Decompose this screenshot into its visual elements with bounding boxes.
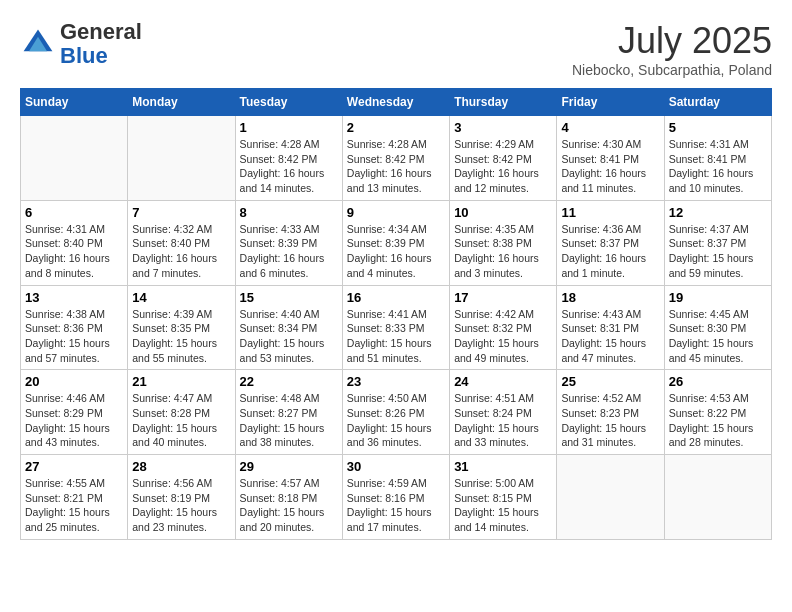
calendar-cell: 19Sunrise: 4:45 AMSunset: 8:30 PMDayligh…	[664, 285, 771, 370]
day-number: 25	[561, 374, 659, 389]
weekday-header: Wednesday	[342, 89, 449, 116]
logo-icon	[20, 26, 56, 62]
weekday-header: Thursday	[450, 89, 557, 116]
day-info: Sunrise: 4:36 AMSunset: 8:37 PMDaylight:…	[561, 222, 659, 281]
day-info: Sunrise: 4:53 AMSunset: 8:22 PMDaylight:…	[669, 391, 767, 450]
day-number: 12	[669, 205, 767, 220]
day-number: 3	[454, 120, 552, 135]
title-area: July 2025 Niebocko, Subcarpathia, Poland	[572, 20, 772, 78]
calendar-cell: 16Sunrise: 4:41 AMSunset: 8:33 PMDayligh…	[342, 285, 449, 370]
day-info: Sunrise: 4:31 AMSunset: 8:41 PMDaylight:…	[669, 137, 767, 196]
calendar-cell: 31Sunrise: 5:00 AMSunset: 8:15 PMDayligh…	[450, 455, 557, 540]
calendar-cell: 18Sunrise: 4:43 AMSunset: 8:31 PMDayligh…	[557, 285, 664, 370]
day-info: Sunrise: 4:29 AMSunset: 8:42 PMDaylight:…	[454, 137, 552, 196]
calendar-cell: 3Sunrise: 4:29 AMSunset: 8:42 PMDaylight…	[450, 116, 557, 201]
day-number: 14	[132, 290, 230, 305]
calendar-cell: 5Sunrise: 4:31 AMSunset: 8:41 PMDaylight…	[664, 116, 771, 201]
day-number: 23	[347, 374, 445, 389]
day-number: 9	[347, 205, 445, 220]
weekday-header: Saturday	[664, 89, 771, 116]
calendar-cell: 7Sunrise: 4:32 AMSunset: 8:40 PMDaylight…	[128, 200, 235, 285]
calendar-cell: 20Sunrise: 4:46 AMSunset: 8:29 PMDayligh…	[21, 370, 128, 455]
weekday-header: Friday	[557, 89, 664, 116]
day-info: Sunrise: 4:46 AMSunset: 8:29 PMDaylight:…	[25, 391, 123, 450]
day-info: Sunrise: 4:57 AMSunset: 8:18 PMDaylight:…	[240, 476, 338, 535]
day-info: Sunrise: 4:33 AMSunset: 8:39 PMDaylight:…	[240, 222, 338, 281]
day-info: Sunrise: 4:51 AMSunset: 8:24 PMDaylight:…	[454, 391, 552, 450]
day-number: 19	[669, 290, 767, 305]
day-number: 21	[132, 374, 230, 389]
logo: General Blue	[20, 20, 142, 68]
calendar-cell: 15Sunrise: 4:40 AMSunset: 8:34 PMDayligh…	[235, 285, 342, 370]
calendar-cell: 4Sunrise: 4:30 AMSunset: 8:41 PMDaylight…	[557, 116, 664, 201]
day-number: 18	[561, 290, 659, 305]
day-info: Sunrise: 5:00 AMSunset: 8:15 PMDaylight:…	[454, 476, 552, 535]
day-info: Sunrise: 4:34 AMSunset: 8:39 PMDaylight:…	[347, 222, 445, 281]
day-info: Sunrise: 4:59 AMSunset: 8:16 PMDaylight:…	[347, 476, 445, 535]
day-info: Sunrise: 4:32 AMSunset: 8:40 PMDaylight:…	[132, 222, 230, 281]
day-number: 10	[454, 205, 552, 220]
day-info: Sunrise: 4:38 AMSunset: 8:36 PMDaylight:…	[25, 307, 123, 366]
day-number: 29	[240, 459, 338, 474]
day-number: 31	[454, 459, 552, 474]
day-info: Sunrise: 4:30 AMSunset: 8:41 PMDaylight:…	[561, 137, 659, 196]
calendar-cell	[128, 116, 235, 201]
month-title: July 2025	[572, 20, 772, 62]
day-info: Sunrise: 4:39 AMSunset: 8:35 PMDaylight:…	[132, 307, 230, 366]
day-info: Sunrise: 4:41 AMSunset: 8:33 PMDaylight:…	[347, 307, 445, 366]
calendar-week-row: 20Sunrise: 4:46 AMSunset: 8:29 PMDayligh…	[21, 370, 772, 455]
day-info: Sunrise: 4:50 AMSunset: 8:26 PMDaylight:…	[347, 391, 445, 450]
day-info: Sunrise: 4:40 AMSunset: 8:34 PMDaylight:…	[240, 307, 338, 366]
day-number: 27	[25, 459, 123, 474]
calendar-cell: 12Sunrise: 4:37 AMSunset: 8:37 PMDayligh…	[664, 200, 771, 285]
calendar-cell: 25Sunrise: 4:52 AMSunset: 8:23 PMDayligh…	[557, 370, 664, 455]
day-number: 16	[347, 290, 445, 305]
day-info: Sunrise: 4:48 AMSunset: 8:27 PMDaylight:…	[240, 391, 338, 450]
location-text: Niebocko, Subcarpathia, Poland	[572, 62, 772, 78]
day-info: Sunrise: 4:37 AMSunset: 8:37 PMDaylight:…	[669, 222, 767, 281]
day-number: 15	[240, 290, 338, 305]
calendar-cell: 14Sunrise: 4:39 AMSunset: 8:35 PMDayligh…	[128, 285, 235, 370]
calendar-cell: 24Sunrise: 4:51 AMSunset: 8:24 PMDayligh…	[450, 370, 557, 455]
day-number: 7	[132, 205, 230, 220]
calendar-week-row: 27Sunrise: 4:55 AMSunset: 8:21 PMDayligh…	[21, 455, 772, 540]
day-info: Sunrise: 4:42 AMSunset: 8:32 PMDaylight:…	[454, 307, 552, 366]
calendar-cell: 28Sunrise: 4:56 AMSunset: 8:19 PMDayligh…	[128, 455, 235, 540]
day-info: Sunrise: 4:28 AMSunset: 8:42 PMDaylight:…	[347, 137, 445, 196]
day-number: 1	[240, 120, 338, 135]
day-info: Sunrise: 4:45 AMSunset: 8:30 PMDaylight:…	[669, 307, 767, 366]
calendar-cell	[21, 116, 128, 201]
weekday-header: Sunday	[21, 89, 128, 116]
logo-blue-text: Blue	[60, 43, 108, 68]
calendar-cell	[557, 455, 664, 540]
day-number: 13	[25, 290, 123, 305]
calendar-cell: 30Sunrise: 4:59 AMSunset: 8:16 PMDayligh…	[342, 455, 449, 540]
calendar-cell: 11Sunrise: 4:36 AMSunset: 8:37 PMDayligh…	[557, 200, 664, 285]
day-number: 11	[561, 205, 659, 220]
calendar-cell: 1Sunrise: 4:28 AMSunset: 8:42 PMDaylight…	[235, 116, 342, 201]
day-number: 17	[454, 290, 552, 305]
calendar-cell: 8Sunrise: 4:33 AMSunset: 8:39 PMDaylight…	[235, 200, 342, 285]
calendar-cell: 10Sunrise: 4:35 AMSunset: 8:38 PMDayligh…	[450, 200, 557, 285]
calendar-cell	[664, 455, 771, 540]
day-number: 24	[454, 374, 552, 389]
day-number: 2	[347, 120, 445, 135]
logo-general-text: General	[60, 19, 142, 44]
day-number: 6	[25, 205, 123, 220]
day-info: Sunrise: 4:35 AMSunset: 8:38 PMDaylight:…	[454, 222, 552, 281]
calendar-cell: 23Sunrise: 4:50 AMSunset: 8:26 PMDayligh…	[342, 370, 449, 455]
calendar-cell: 26Sunrise: 4:53 AMSunset: 8:22 PMDayligh…	[664, 370, 771, 455]
day-number: 28	[132, 459, 230, 474]
calendar-week-row: 1Sunrise: 4:28 AMSunset: 8:42 PMDaylight…	[21, 116, 772, 201]
day-info: Sunrise: 4:47 AMSunset: 8:28 PMDaylight:…	[132, 391, 230, 450]
calendar-cell: 27Sunrise: 4:55 AMSunset: 8:21 PMDayligh…	[21, 455, 128, 540]
calendar-week-row: 13Sunrise: 4:38 AMSunset: 8:36 PMDayligh…	[21, 285, 772, 370]
calendar-cell: 22Sunrise: 4:48 AMSunset: 8:27 PMDayligh…	[235, 370, 342, 455]
day-info: Sunrise: 4:56 AMSunset: 8:19 PMDaylight:…	[132, 476, 230, 535]
calendar-cell: 21Sunrise: 4:47 AMSunset: 8:28 PMDayligh…	[128, 370, 235, 455]
calendar-header-row: SundayMondayTuesdayWednesdayThursdayFrid…	[21, 89, 772, 116]
calendar-cell: 13Sunrise: 4:38 AMSunset: 8:36 PMDayligh…	[21, 285, 128, 370]
day-info: Sunrise: 4:43 AMSunset: 8:31 PMDaylight:…	[561, 307, 659, 366]
day-info: Sunrise: 4:52 AMSunset: 8:23 PMDaylight:…	[561, 391, 659, 450]
day-number: 22	[240, 374, 338, 389]
